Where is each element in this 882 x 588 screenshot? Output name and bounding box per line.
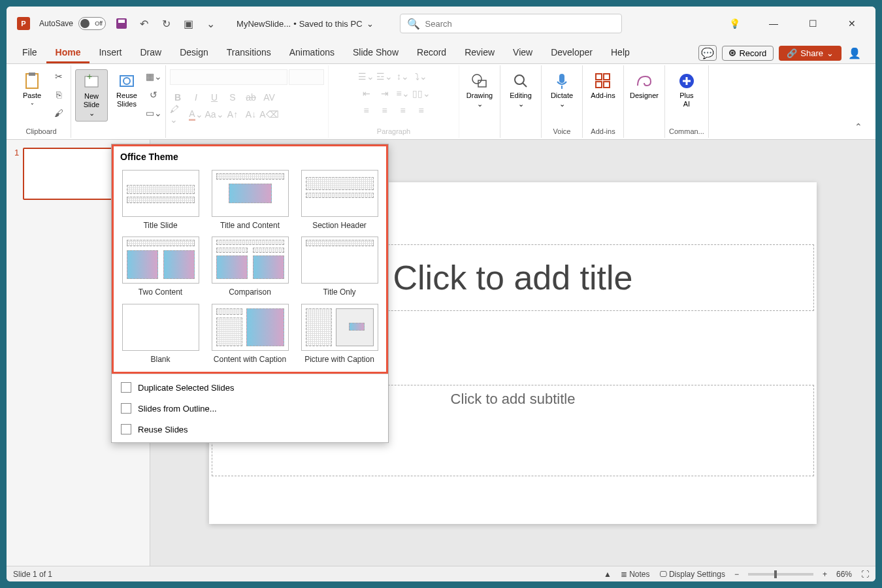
decrease-indent-button[interactable]: ⇤: [359, 86, 374, 101]
reuse-slides-icon: [118, 72, 136, 90]
document-title-area[interactable]: MyNewSlide... • Saved to this PC ⌄: [237, 19, 373, 29]
layout-title-and-content[interactable]: Title and Content: [208, 170, 291, 230]
maximize-button[interactable]: ☐: [800, 14, 826, 33]
font-size-select[interactable]: [289, 69, 324, 85]
collapse-ribbon-button[interactable]: ⌃: [851, 120, 866, 134]
tab-draw[interactable]: Draw: [131, 43, 171, 63]
align-left-button[interactable]: ≡: [359, 103, 374, 118]
drawing-button[interactable]: Drawing ⌄: [463, 69, 496, 111]
tab-home[interactable]: Home: [46, 43, 90, 63]
menu-slides-from-outline[interactable]: Slides from Outline...: [112, 398, 388, 419]
align-right-button[interactable]: ≡: [395, 103, 411, 118]
save-button[interactable]: [115, 17, 128, 30]
line-spacing-button[interactable]: ↕⌄: [395, 69, 411, 84]
highlight-button[interactable]: 🖍⌄: [170, 107, 186, 122]
text-direction-button[interactable]: ⤵⌄: [414, 69, 429, 84]
tab-view[interactable]: View: [504, 43, 542, 63]
columns-button[interactable]: ▯▯⌄: [414, 86, 429, 101]
layout-two-content[interactable]: Two Content: [119, 237, 202, 297]
shapes-icon: [470, 72, 489, 90]
layout-section-header[interactable]: Section Header: [298, 170, 381, 230]
undo-button[interactable]: ↶: [137, 17, 150, 30]
save-status-label: Saved to this PC: [299, 19, 363, 29]
tab-design[interactable]: Design: [171, 43, 218, 63]
group-designer: Designer: [624, 65, 665, 138]
slide-thumbnail[interactable]: [23, 148, 114, 200]
zoom-percent-label[interactable]: 66%: [836, 570, 852, 579]
bullets-button[interactable]: ☰⌄: [359, 69, 374, 84]
scroll-up-icon[interactable]: ▲: [604, 570, 612, 579]
present-button[interactable]: ▣: [182, 17, 195, 30]
underline-button[interactable]: U: [206, 90, 222, 105]
layout-content-with-caption[interactable]: Content with Caption: [208, 304, 291, 364]
clear-formatting-button[interactable]: A⌫: [261, 107, 277, 122]
copy-button[interactable]: ⎘: [51, 88, 67, 102]
shadow-button[interactable]: S: [225, 90, 240, 105]
strikethrough-button[interactable]: ab: [243, 90, 259, 105]
svg-point-6: [472, 74, 482, 84]
tab-record[interactable]: Record: [408, 43, 455, 63]
align-text-button[interactable]: ≡⌄: [395, 86, 411, 101]
fit-to-window-button[interactable]: ⛶: [861, 570, 869, 579]
gallery-header: Office Theme: [114, 146, 386, 167]
autosave-toggle[interactable]: Off: [78, 17, 106, 30]
record-button[interactable]: Record: [722, 46, 774, 61]
layout-comparison[interactable]: Comparison: [208, 237, 291, 297]
tab-developer[interactable]: Developer: [542, 43, 602, 63]
reset-button[interactable]: ↺: [146, 88, 161, 102]
share-button[interactable]: 🔗 Share ⌄: [779, 46, 841, 61]
redo-button[interactable]: ↻: [159, 17, 172, 30]
numbering-button[interactable]: ☲⌄: [377, 69, 393, 84]
font-color-button[interactable]: A⌄: [188, 107, 204, 122]
align-center-button[interactable]: ≡: [377, 103, 393, 118]
zoom-in-button[interactable]: +: [823, 570, 827, 579]
collaborator-button[interactable]: 👤: [847, 45, 862, 61]
layout-picture-with-caption[interactable]: Picture with Caption: [298, 304, 381, 364]
close-button[interactable]: ✕: [839, 14, 865, 33]
increase-indent-button[interactable]: ⇥: [377, 86, 393, 101]
plusai-button[interactable]: Plus AI: [670, 69, 703, 111]
tab-transitions[interactable]: Transitions: [218, 43, 280, 63]
tab-file[interactable]: File: [13, 43, 46, 63]
bold-button[interactable]: B: [170, 90, 186, 105]
search-input[interactable]: [425, 19, 615, 29]
grow-font-button[interactable]: A↑: [225, 107, 240, 122]
comments-button[interactable]: 💬: [698, 45, 717, 61]
tab-help[interactable]: Help: [602, 43, 639, 63]
tab-slideshow[interactable]: Slide Show: [344, 43, 408, 63]
zoom-slider[interactable]: [748, 573, 813, 576]
font-family-select[interactable]: [170, 69, 287, 85]
tab-insert[interactable]: Insert: [90, 43, 131, 63]
editing-button[interactable]: Editing ⌄: [504, 69, 537, 111]
section-button[interactable]: ▭⌄: [146, 106, 161, 120]
cut-button[interactable]: ✂: [51, 69, 67, 84]
menu-reuse-slides[interactable]: Reuse Slides: [112, 419, 388, 440]
reuse-slides-button[interactable]: Reuse Slides: [110, 69, 143, 111]
layout-title-only[interactable]: Title Only: [298, 237, 381, 297]
format-painter-button[interactable]: 🖌: [51, 106, 67, 120]
tab-animations[interactable]: Animations: [280, 43, 344, 63]
notes-button[interactable]: ≣ Notes: [621, 570, 650, 579]
layout-button[interactable]: ▦⌄: [146, 69, 161, 84]
display-settings-button[interactable]: 🖵 Display Settings: [659, 570, 725, 579]
shrink-font-button[interactable]: A↓: [243, 107, 259, 122]
addins-button[interactable]: Add-ins: [587, 69, 619, 103]
designer-button[interactable]: Designer: [628, 69, 661, 103]
record-icon: [729, 50, 736, 56]
minimize-button[interactable]: —: [760, 14, 787, 33]
search-box[interactable]: 🔍: [400, 14, 622, 33]
justify-button[interactable]: ≡: [414, 103, 429, 118]
paste-button[interactable]: Paste⌄: [16, 69, 48, 109]
zoom-out-button[interactable]: −: [734, 570, 739, 579]
layout-blank[interactable]: Blank: [119, 304, 202, 364]
layout-title-slide[interactable]: Title Slide: [119, 170, 202, 230]
new-slide-button[interactable]: + New Slide ⌄: [75, 69, 108, 122]
tab-review[interactable]: Review: [455, 43, 504, 63]
menu-duplicate-slides[interactable]: Duplicate Selected Slides: [112, 377, 388, 398]
tips-button[interactable]: 💡: [721, 14, 747, 33]
dictate-button[interactable]: Dictate ⌄: [546, 69, 578, 111]
group-font: B I U S ab AV 🖍⌄ A⌄ Aa⌄ A↑ A↓ A⌫: [166, 65, 329, 138]
qat-overflow-button[interactable]: ⌄: [204, 17, 217, 30]
italic-button[interactable]: I: [188, 90, 204, 105]
change-case-button[interactable]: Aa⌄: [206, 107, 222, 122]
